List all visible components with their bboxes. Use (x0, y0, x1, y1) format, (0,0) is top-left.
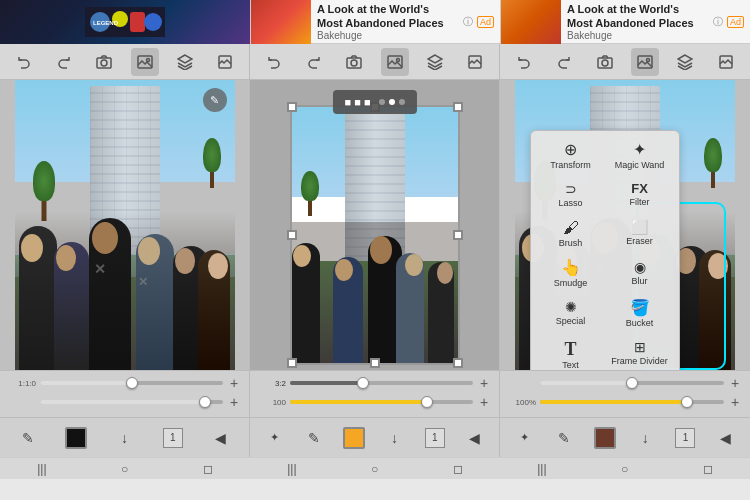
image2-btn-3[interactable] (712, 48, 740, 76)
undo-btn-3[interactable] (510, 48, 538, 76)
transform-overlay: ■ ■ ■ (332, 90, 416, 114)
slider-track-1b[interactable] (40, 400, 223, 404)
canvas-area-1: ✕ ✕ ✎ (0, 80, 249, 370)
nav-back-2[interactable]: ◻ (453, 462, 463, 476)
info-icon-2[interactable]: ⓘ (713, 15, 723, 29)
svg-point-14 (396, 58, 399, 61)
tool-lasso[interactable]: ⊃ Lasso (537, 177, 604, 213)
pencil-btn-1[interactable]: ✎ (12, 422, 44, 454)
magic-btn-3[interactable]: ✦ (508, 422, 540, 454)
pencil-btn-3[interactable]: ✎ (548, 422, 580, 454)
handle-ml[interactable] (287, 230, 297, 240)
image2-btn-1[interactable] (211, 48, 239, 76)
undo-btn-1[interactable] (10, 48, 38, 76)
tool-magic-wand[interactable]: ✦ Magic Wand (606, 137, 673, 175)
frame-divider-icon: ⊞ (634, 340, 646, 354)
slider-plus-3a[interactable]: + (728, 375, 742, 391)
nav-home-2[interactable]: ○ (371, 462, 378, 476)
swatch-btn-2[interactable] (338, 422, 370, 454)
slider-plus-3b[interactable]: + (728, 394, 742, 410)
slider-track-3b[interactable] (540, 400, 724, 404)
image-btn-2[interactable] (381, 48, 409, 76)
pencil-btn-2[interactable]: ✎ (298, 422, 330, 454)
info-icon-1[interactable]: ⓘ (463, 15, 473, 29)
magic-btn-2[interactable]: ✦ (258, 422, 290, 454)
slider-plus-1b[interactable]: + (227, 394, 241, 410)
dot-3 (399, 99, 405, 105)
panel-3: ✕ ✕ ⊕ Transform ✦ Magic Wand (500, 44, 750, 457)
nav-bar-3: ||| ○ ◻ (500, 457, 750, 479)
canvas-frame-2[interactable] (290, 105, 460, 365)
edit-badge-1[interactable]: ✎ (203, 88, 227, 112)
panels-row: ✕ ✕ ✎ 1:1:0 + (0, 44, 750, 457)
tool-fx[interactable]: FX Filter (606, 177, 673, 213)
swatch-btn-1[interactable] (60, 422, 92, 454)
tool-text[interactable]: T Text (537, 335, 604, 370)
slider-plus-2a[interactable]: + (477, 375, 491, 391)
nav-back-1[interactable]: ◻ (203, 462, 213, 476)
slider-track-2b[interactable] (290, 400, 473, 404)
swatch-btn-3[interactable] (589, 422, 621, 454)
handle-bm[interactable] (370, 358, 380, 368)
tool-transform[interactable]: ⊕ Transform (537, 137, 604, 175)
image-btn-3[interactable] (631, 48, 659, 76)
layers-num-2[interactable]: 1 (419, 422, 451, 454)
image2-btn-2[interactable] (461, 48, 489, 76)
slider-plus-1a[interactable]: + (227, 375, 241, 391)
handle-tl[interactable] (287, 102, 297, 112)
tool-special[interactable]: ✺ Special (537, 295, 604, 333)
back-btn-1[interactable]: ◀ (205, 422, 237, 454)
camera-btn-3[interactable] (591, 48, 619, 76)
redo-btn-3[interactable] (550, 48, 578, 76)
back-btn-2[interactable]: ◀ (459, 422, 491, 454)
toolbar-top-2 (250, 44, 499, 80)
image-btn-1[interactable] (131, 48, 159, 76)
handle-br[interactable] (453, 358, 463, 368)
ad-label-1: Ad (477, 16, 494, 28)
camera-btn-1[interactable] (90, 48, 118, 76)
tool-bucket[interactable]: 🪣 Bucket (606, 295, 673, 333)
slider-track-1a[interactable] (40, 381, 223, 385)
tool-blur[interactable]: ◉ Blur (606, 255, 673, 293)
nav-menu-1[interactable]: ||| (37, 462, 46, 476)
slider-track-3a[interactable] (540, 381, 724, 385)
canvas-area-2: ■ ■ ■ (250, 80, 499, 370)
nav-menu-2[interactable]: ||| (287, 462, 296, 476)
handle-bl[interactable] (287, 358, 297, 368)
ad-left-game: LEGEND (0, 0, 250, 44)
download-btn-2[interactable]: ↓ (379, 422, 411, 454)
svg-point-9 (146, 58, 149, 61)
slider-plus-2b[interactable]: + (477, 394, 491, 410)
nav-back-3[interactable]: ◻ (703, 462, 713, 476)
layers-btn-1[interactable] (171, 48, 199, 76)
slider-track-2a[interactable] (290, 381, 473, 385)
download-btn-1[interactable]: ↓ (108, 422, 140, 454)
ad-right-2[interactable]: A Look at the World's Most Abandoned Pla… (501, 0, 750, 45)
back-btn-3[interactable]: ◀ (710, 422, 742, 454)
undo-btn-2[interactable] (260, 48, 288, 76)
nav-menu-3[interactable]: ||| (537, 462, 546, 476)
camera-btn-2[interactable] (340, 48, 368, 76)
handle-tr[interactable] (453, 102, 463, 112)
ad-thumb-1 (251, 0, 311, 44)
redo-btn-1[interactable] (50, 48, 78, 76)
tool-smudge[interactable]: 👆 Smudge (537, 255, 604, 293)
download-btn-3[interactable]: ↓ (629, 422, 661, 454)
frame-divider-label: Frame Divider (611, 356, 668, 366)
layers-btn-3[interactable] (671, 48, 699, 76)
transform-icon: ⊕ (564, 142, 577, 158)
redo-btn-2[interactable] (300, 48, 328, 76)
text-icon: T (564, 340, 576, 358)
nav-home-1[interactable]: ○ (121, 462, 128, 476)
tool-brush[interactable]: 🖌 Brush (537, 215, 604, 253)
layers-num-3[interactable]: 1 (669, 422, 701, 454)
layers-num-1[interactable]: 1 (157, 422, 189, 454)
tool-eraser[interactable]: ⬜ Eraser (606, 215, 673, 253)
tools-popup: ⊕ Transform ✦ Magic Wand ⊃ Lasso FX (530, 130, 680, 370)
handle-mr[interactable] (453, 230, 463, 240)
nav-home-3[interactable]: ○ (621, 462, 628, 476)
tool-frame-divider[interactable]: ⊞ Frame Divider (606, 335, 673, 370)
layers-btn-2[interactable] (421, 48, 449, 76)
ad-right-1[interactable]: A Look at the World's Most Abandoned Pla… (251, 0, 500, 45)
transform-mode-text: ■ ■ ■ (344, 96, 370, 108)
